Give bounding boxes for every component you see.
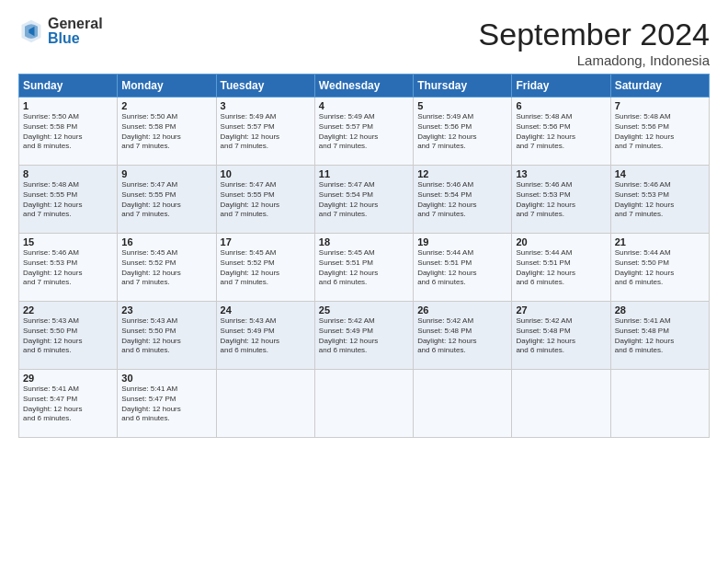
- cell-info: Sunrise: 5:45 AM Sunset: 5:52 PM Dayligh…: [121, 248, 211, 288]
- day-number: 27: [516, 304, 606, 316]
- day-number: 10: [221, 168, 311, 179]
- day-number: 24: [221, 304, 311, 316]
- cell-4-2: [216, 370, 314, 438]
- day-number: 5: [417, 100, 507, 111]
- cell-info: Sunrise: 5:48 AM Sunset: 5:56 PM Dayligh…: [615, 112, 705, 152]
- header-tuesday: Tuesday: [216, 75, 314, 98]
- logo-icon: [18, 18, 44, 44]
- cell-info: Sunrise: 5:47 AM Sunset: 5:55 PM Dayligh…: [121, 180, 211, 220]
- cell-2-2: 17Sunrise: 5:45 AM Sunset: 5:52 PM Dayli…: [216, 234, 314, 302]
- cell-info: Sunrise: 5:49 AM Sunset: 5:57 PM Dayligh…: [319, 112, 409, 152]
- cell-info: Sunrise: 5:47 AM Sunset: 5:55 PM Dayligh…: [221, 180, 311, 220]
- cell-info: Sunrise: 5:49 AM Sunset: 5:56 PM Dayligh…: [417, 112, 507, 152]
- day-number: 26: [417, 304, 507, 316]
- logo: General Blue: [18, 17, 103, 46]
- week-row-3: 22Sunrise: 5:43 AM Sunset: 5:50 PM Dayli…: [19, 302, 710, 370]
- day-number: 20: [516, 236, 606, 247]
- cell-info: Sunrise: 5:41 AM Sunset: 5:47 PM Dayligh…: [121, 385, 211, 424]
- cell-info: Sunrise: 5:43 AM Sunset: 5:50 PM Dayligh…: [23, 316, 113, 356]
- header-friday: Friday: [512, 75, 610, 98]
- header-row: Sunday Monday Tuesday Wednesday Thursday…: [19, 75, 710, 98]
- cell-3-0: 22Sunrise: 5:43 AM Sunset: 5:50 PM Dayli…: [19, 302, 118, 370]
- day-number: 12: [417, 168, 507, 179]
- cell-info: Sunrise: 5:42 AM Sunset: 5:49 PM Dayligh…: [319, 316, 409, 356]
- day-number: 25: [319, 304, 409, 316]
- cell-2-0: 15Sunrise: 5:46 AM Sunset: 5:53 PM Dayli…: [19, 234, 118, 302]
- cell-info: Sunrise: 5:50 AM Sunset: 5:58 PM Dayligh…: [121, 112, 211, 152]
- day-number: 29: [23, 373, 113, 384]
- cell-1-1: 9Sunrise: 5:47 AM Sunset: 5:55 PM Daylig…: [118, 166, 216, 234]
- day-number: 11: [319, 168, 409, 179]
- day-number: 6: [516, 100, 606, 111]
- day-number: 21: [615, 236, 705, 247]
- cell-info: Sunrise: 5:46 AM Sunset: 5:53 PM Dayligh…: [23, 248, 113, 288]
- cell-4-3: [314, 370, 413, 438]
- header-wednesday: Wednesday: [314, 75, 413, 98]
- title-block: September 2024 Lamadong, Indonesia: [479, 17, 710, 68]
- logo-text: General Blue: [48, 17, 103, 46]
- day-number: 16: [121, 236, 211, 247]
- cell-2-6: 21Sunrise: 5:44 AM Sunset: 5:50 PM Dayli…: [610, 234, 709, 302]
- cell-info: Sunrise: 5:44 AM Sunset: 5:51 PM Dayligh…: [417, 248, 507, 288]
- cell-1-2: 10Sunrise: 5:47 AM Sunset: 5:55 PM Dayli…: [216, 166, 314, 234]
- week-row-4: 29Sunrise: 5:41 AM Sunset: 5:47 PM Dayli…: [19, 370, 710, 438]
- week-row-1: 8Sunrise: 5:48 AM Sunset: 5:55 PM Daylig…: [19, 166, 710, 234]
- day-number: 18: [319, 236, 409, 247]
- cell-0-2: 3Sunrise: 5:49 AM Sunset: 5:57 PM Daylig…: [216, 98, 314, 166]
- week-row-2: 15Sunrise: 5:46 AM Sunset: 5:53 PM Dayli…: [19, 234, 710, 302]
- header-thursday: Thursday: [414, 75, 512, 98]
- day-number: 28: [615, 304, 705, 316]
- cell-info: Sunrise: 5:48 AM Sunset: 5:55 PM Dayligh…: [23, 180, 113, 220]
- day-number: 1: [23, 100, 113, 111]
- cell-4-5: [512, 370, 610, 438]
- header: General Blue September 2024 Lamadong, In…: [18, 17, 710, 68]
- day-number: 14: [615, 168, 705, 179]
- day-number: 8: [23, 168, 113, 179]
- cell-info: Sunrise: 5:48 AM Sunset: 5:56 PM Dayligh…: [516, 112, 606, 152]
- day-number: 3: [221, 100, 311, 111]
- cell-0-1: 2Sunrise: 5:50 AM Sunset: 5:58 PM Daylig…: [118, 98, 216, 166]
- cell-2-1: 16Sunrise: 5:45 AM Sunset: 5:52 PM Dayli…: [118, 234, 216, 302]
- cell-info: Sunrise: 5:44 AM Sunset: 5:50 PM Dayligh…: [615, 248, 705, 288]
- cell-1-5: 13Sunrise: 5:46 AM Sunset: 5:53 PM Dayli…: [512, 166, 610, 234]
- cell-2-5: 20Sunrise: 5:44 AM Sunset: 5:51 PM Dayli…: [512, 234, 610, 302]
- cell-info: Sunrise: 5:45 AM Sunset: 5:52 PM Dayligh…: [221, 248, 311, 288]
- day-number: 4: [319, 100, 409, 111]
- month-title: September 2024: [479, 17, 710, 52]
- cell-info: Sunrise: 5:44 AM Sunset: 5:51 PM Dayligh…: [516, 248, 606, 288]
- calendar-table: Sunday Monday Tuesday Wednesday Thursday…: [18, 74, 710, 438]
- day-number: 7: [615, 100, 705, 111]
- logo-general-text: General: [48, 17, 103, 31]
- day-number: 23: [121, 304, 211, 316]
- day-number: 17: [221, 236, 311, 247]
- cell-info: Sunrise: 5:43 AM Sunset: 5:49 PM Dayligh…: [221, 316, 311, 356]
- cell-3-1: 23Sunrise: 5:43 AM Sunset: 5:50 PM Dayli…: [118, 302, 216, 370]
- day-number: 30: [121, 373, 211, 384]
- cell-info: Sunrise: 5:49 AM Sunset: 5:57 PM Dayligh…: [221, 112, 311, 152]
- day-number: 9: [121, 168, 211, 179]
- cell-3-5: 27Sunrise: 5:42 AM Sunset: 5:48 PM Dayli…: [512, 302, 610, 370]
- cell-info: Sunrise: 5:43 AM Sunset: 5:50 PM Dayligh…: [121, 316, 211, 356]
- day-number: 19: [417, 236, 507, 247]
- cell-3-4: 26Sunrise: 5:42 AM Sunset: 5:48 PM Dayli…: [414, 302, 512, 370]
- header-monday: Monday: [118, 75, 216, 98]
- cell-1-0: 8Sunrise: 5:48 AM Sunset: 5:55 PM Daylig…: [19, 166, 118, 234]
- header-sunday: Sunday: [19, 75, 118, 98]
- week-row-0: 1Sunrise: 5:50 AM Sunset: 5:58 PM Daylig…: [19, 98, 710, 166]
- logo-blue-text: Blue: [48, 31, 103, 46]
- cell-2-4: 19Sunrise: 5:44 AM Sunset: 5:51 PM Dayli…: [414, 234, 512, 302]
- cell-1-3: 11Sunrise: 5:47 AM Sunset: 5:54 PM Dayli…: [314, 166, 413, 234]
- cell-info: Sunrise: 5:41 AM Sunset: 5:47 PM Dayligh…: [23, 385, 113, 424]
- day-number: 22: [23, 304, 113, 316]
- cell-3-3: 25Sunrise: 5:42 AM Sunset: 5:49 PM Dayli…: [314, 302, 413, 370]
- cell-info: Sunrise: 5:47 AM Sunset: 5:54 PM Dayligh…: [319, 180, 409, 220]
- day-number: 2: [121, 100, 211, 111]
- cell-info: Sunrise: 5:50 AM Sunset: 5:58 PM Dayligh…: [23, 112, 113, 152]
- location-title: Lamadong, Indonesia: [479, 52, 710, 68]
- cell-info: Sunrise: 5:41 AM Sunset: 5:48 PM Dayligh…: [615, 316, 705, 356]
- cell-info: Sunrise: 5:46 AM Sunset: 5:53 PM Dayligh…: [615, 180, 705, 220]
- cell-3-2: 24Sunrise: 5:43 AM Sunset: 5:49 PM Dayli…: [216, 302, 314, 370]
- cell-0-6: 7Sunrise: 5:48 AM Sunset: 5:56 PM Daylig…: [610, 98, 709, 166]
- cell-1-4: 12Sunrise: 5:46 AM Sunset: 5:54 PM Dayli…: [414, 166, 512, 234]
- cell-4-0: 29Sunrise: 5:41 AM Sunset: 5:47 PM Dayli…: [19, 370, 118, 438]
